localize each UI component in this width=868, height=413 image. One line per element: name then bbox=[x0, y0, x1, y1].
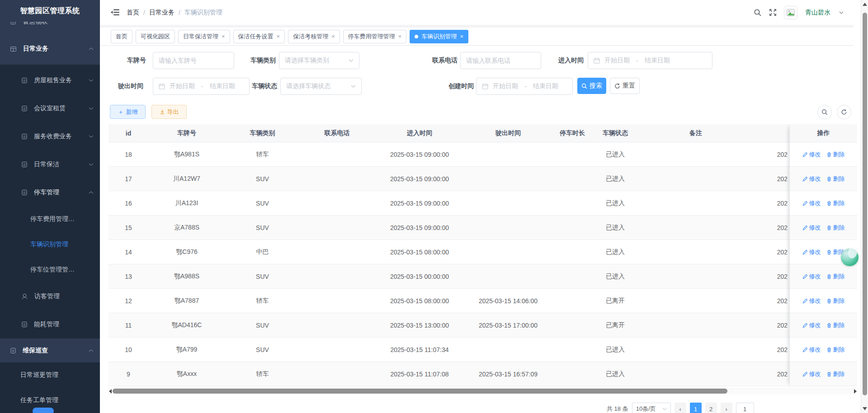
tab-daily-cleaning[interactable]: 日常保洁管理× bbox=[178, 30, 230, 43]
tab-home[interactable]: 首页 bbox=[111, 30, 132, 43]
reset-button[interactable]: 重置 bbox=[610, 78, 640, 94]
edit-label: 修改 bbox=[809, 272, 821, 281]
prev-page-button[interactable]: ‹ bbox=[675, 403, 686, 413]
scroll-right-arrow[interactable] bbox=[854, 389, 857, 394]
username[interactable]: 青山碧水 bbox=[805, 9, 830, 17]
date-start-placeholder: 开始日期 bbox=[170, 82, 195, 90]
close-icon[interactable]: × bbox=[277, 33, 280, 39]
sidebar-item-parking-space[interactable]: 停车位管理管… bbox=[0, 257, 100, 282]
sidebar-item-vehicle-recognition[interactable]: 车辆识别管理 bbox=[0, 232, 100, 257]
sidebar-item-daily-business[interactable]: 日常业务 bbox=[0, 37, 100, 61]
table-row: 18鄂A981S轿车2025-03-15 09:00:00已进入202 bbox=[108, 142, 789, 167]
tab-parking-fee[interactable]: 停车费用管理管理× bbox=[343, 30, 407, 43]
edit-link[interactable]: 修改 bbox=[802, 321, 821, 329]
add-button[interactable]: ＋ 新增 bbox=[110, 105, 146, 119]
edit-link[interactable]: 修改 bbox=[802, 272, 821, 281]
sidebar-item-visitor-management[interactable]: 访客管理 bbox=[0, 282, 100, 310]
create-time-range[interactable]: 开始日期 - 结束日期 bbox=[476, 78, 573, 95]
refresh-button[interactable] bbox=[837, 105, 851, 119]
refresh-icon bbox=[614, 83, 620, 89]
close-icon[interactable]: × bbox=[460, 33, 463, 39]
edit-link[interactable]: 修改 bbox=[802, 175, 821, 183]
sidebar-item-maintenance-inspection[interactable]: 维保巡查 bbox=[0, 338, 100, 362]
type-select[interactable]: 请选择车辆类别 bbox=[279, 52, 359, 69]
sidebar-item-daily-cleaning[interactable]: 日常保洁 bbox=[0, 150, 100, 178]
status-select[interactable]: 请选择车辆状态 bbox=[280, 78, 362, 95]
sidebar-clipped-item[interactable] bbox=[33, 408, 54, 413]
delete-link[interactable]: 删除 bbox=[826, 272, 845, 281]
scroll-down-arrow[interactable] bbox=[863, 407, 867, 410]
tab-vehicle-recognition[interactable]: 车辆识别管理× bbox=[410, 30, 468, 43]
export-button[interactable]: 导出 bbox=[151, 105, 187, 119]
sidebar-item-service-fee[interactable]: 服务收费业务 bbox=[0, 122, 100, 150]
edit-link[interactable]: 修改 bbox=[802, 224, 821, 232]
sidebar-item-label: 日常业务 bbox=[23, 45, 89, 53]
cell-enter: 2025-03-15 09:00:00 bbox=[374, 200, 465, 207]
edit-link[interactable]: 修改 bbox=[802, 150, 821, 159]
close-icon[interactable]: × bbox=[222, 33, 225, 39]
edit-icon bbox=[802, 274, 808, 279]
delete-link[interactable]: 删除 bbox=[826, 297, 845, 305]
search-button-label: 搜索 bbox=[590, 82, 602, 90]
edit-link[interactable]: 修改 bbox=[802, 370, 821, 378]
filter-phone: 联系电话 bbox=[432, 52, 541, 69]
cell-plate: 鄂Axxx bbox=[148, 370, 225, 378]
delete-label: 删除 bbox=[833, 150, 845, 159]
breadcrumb-home[interactable]: 首页 bbox=[127, 9, 139, 17]
caret-down-icon[interactable] bbox=[839, 11, 844, 14]
floating-assistant-ball[interactable] bbox=[841, 249, 859, 266]
close-icon[interactable]: × bbox=[331, 33, 335, 39]
select-placeholder: 请选择车辆状态 bbox=[286, 82, 330, 90]
edit-icon bbox=[802, 152, 808, 157]
vertical-scrollbar[interactable] bbox=[861, 0, 868, 413]
next-page-button[interactable]: › bbox=[721, 403, 732, 413]
tab-label: 可视化园区 bbox=[141, 33, 170, 41]
sidebar-item-house-rental[interactable]: 房屋租售业务 bbox=[0, 66, 100, 94]
sidebar-item-parking-management[interactable]: 停车管理 bbox=[0, 178, 100, 206]
sidebar-item-daily-patrol[interactable]: 日常巡更管理 bbox=[0, 362, 100, 388]
hide-search-button[interactable] bbox=[817, 105, 832, 119]
edit-link[interactable]: 修改 bbox=[802, 297, 821, 305]
page-jump-input[interactable] bbox=[736, 403, 754, 413]
page-button-1[interactable]: 1 bbox=[690, 403, 702, 413]
cell-plate: 鄂AD416C bbox=[148, 321, 225, 329]
delete-link[interactable]: 删除 bbox=[826, 175, 845, 183]
delete-link[interactable]: 删除 bbox=[826, 346, 845, 354]
cell-enter: 2025-03-15 08:00:00 bbox=[374, 249, 465, 256]
sidebar-item-energy-management[interactable]: 能耗管理 bbox=[0, 310, 100, 338]
avatar[interactable] bbox=[784, 6, 797, 19]
phone-input[interactable] bbox=[460, 52, 541, 69]
edit-label: 修改 bbox=[809, 346, 821, 354]
sidebar-item-parking-fee[interactable]: 停车费用管理… bbox=[0, 206, 100, 232]
cell-plate: 鄂A988S bbox=[148, 272, 225, 281]
search-button[interactable]: 搜索 bbox=[577, 78, 606, 94]
edit-link[interactable]: 修改 bbox=[802, 248, 821, 256]
breadcrumb-section[interactable]: 日常业务 bbox=[149, 9, 175, 17]
delete-link[interactable]: 删除 bbox=[826, 370, 845, 378]
delete-link[interactable]: 删除 bbox=[826, 150, 845, 159]
cell-plate: 鄂C976 bbox=[148, 248, 225, 256]
edit-link[interactable]: 修改 bbox=[802, 199, 821, 207]
plate-input[interactable] bbox=[153, 52, 234, 69]
search-icon[interactable] bbox=[754, 9, 762, 17]
exit-time-range[interactable]: 开始日期 - 结束日期 bbox=[153, 78, 250, 95]
enter-time-range[interactable]: 开始日期 - 结束日期 bbox=[588, 52, 712, 69]
delete-link[interactable]: 删除 bbox=[826, 224, 845, 232]
horizontal-scrollbar[interactable] bbox=[108, 388, 857, 394]
scroll-up-arrow[interactable] bbox=[863, 3, 867, 6]
page-button-2[interactable]: 2 bbox=[705, 403, 717, 413]
page-size-select[interactable]: 10条/页 bbox=[632, 403, 671, 413]
scroll-left-arrow[interactable] bbox=[109, 389, 112, 394]
sidebar-item-meeting-room[interactable]: 会议室租赁 bbox=[0, 94, 100, 122]
fullscreen-icon[interactable] bbox=[769, 8, 777, 17]
horizontal-scroll-thumb[interactable] bbox=[113, 389, 727, 394]
close-icon[interactable]: × bbox=[398, 33, 402, 39]
vertical-scroll-thumb[interactable] bbox=[863, 13, 867, 395]
tab-visual-park[interactable]: 可视化园区 bbox=[136, 30, 175, 43]
tab-cleaning-task[interactable]: 保洁任务设置× bbox=[233, 30, 285, 43]
edit-link[interactable]: 修改 bbox=[802, 346, 821, 354]
tab-cleaning-assessment[interactable]: 保洁考核管理× bbox=[288, 30, 340, 43]
delete-link[interactable]: 删除 bbox=[826, 321, 845, 329]
sidebar-fold-icon[interactable] bbox=[111, 9, 119, 16]
delete-link[interactable]: 删除 bbox=[826, 199, 845, 207]
